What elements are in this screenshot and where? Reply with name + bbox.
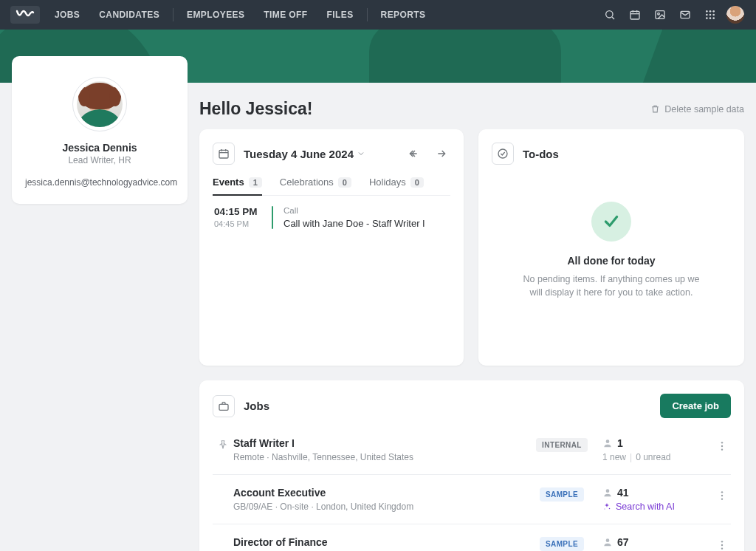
check-circle-icon bbox=[492, 143, 514, 165]
svg-point-0 bbox=[606, 11, 613, 18]
job-info: Director of FinanceUS/4/HAM · On-site · … bbox=[233, 536, 521, 551]
search-icon[interactable] bbox=[599, 9, 620, 21]
svg-line-1 bbox=[612, 17, 614, 19]
svg-point-12 bbox=[706, 14, 708, 16]
agenda-next[interactable] bbox=[433, 145, 450, 162]
svg-point-15 bbox=[706, 17, 708, 19]
nav-candidates[interactable]: CANDIDATES bbox=[92, 10, 167, 20]
user-avatar-menu[interactable] bbox=[725, 6, 746, 24]
svg-point-31 bbox=[605, 509, 605, 510]
svg-point-13 bbox=[709, 14, 712, 16]
tab-celebrations[interactable]: Celebrations 0 bbox=[280, 177, 351, 195]
user-profile-card: Jessica Dennis Lead Writer, HR jessica.d… bbox=[12, 56, 188, 204]
job-info: Staff Writer IRemote · Nashville, Tennes… bbox=[233, 437, 521, 462]
arrow-right-icon bbox=[436, 148, 447, 160]
image-icon[interactable] bbox=[650, 9, 670, 21]
event-item[interactable]: 04:15 PM 04:45 PM Call Call with Jane Do… bbox=[213, 196, 450, 229]
nav-timeoff[interactable]: TIME OFF bbox=[256, 10, 315, 20]
svg-point-26 bbox=[721, 442, 723, 443]
apps-icon[interactable] bbox=[700, 9, 721, 21]
job-stats: 11 new|0 unread bbox=[602, 437, 713, 462]
event-end-time: 04:45 PM bbox=[214, 219, 261, 228]
tab-count-badge: 0 bbox=[410, 177, 424, 188]
svg-point-27 bbox=[721, 445, 723, 447]
event-start-time: 04:15 PM bbox=[214, 206, 261, 217]
job-tag: SAMPLE bbox=[540, 537, 584, 551]
agenda-card: Tuesday 4 June 2024 Events 1 Celebration bbox=[199, 129, 464, 366]
delete-sample-data[interactable]: Delete sample data bbox=[650, 104, 744, 114]
person-icon bbox=[602, 487, 613, 498]
person-icon bbox=[602, 537, 613, 547]
done-check-icon bbox=[591, 202, 631, 242]
svg-point-33 bbox=[721, 495, 723, 496]
page-greeting: Hello Jessica! bbox=[199, 99, 312, 119]
agenda-date-picker[interactable]: Tuesday 4 June 2024 bbox=[244, 148, 365, 160]
event-title: Call with Jane Doe - Staff Writer I bbox=[284, 218, 425, 229]
svg-rect-6 bbox=[656, 11, 664, 19]
todos-heading: To-dos bbox=[523, 148, 559, 160]
nav-reports[interactable]: REPORTS bbox=[374, 10, 433, 20]
job-actions-menu[interactable] bbox=[713, 487, 731, 502]
briefcase-icon bbox=[213, 395, 235, 417]
agenda-prev[interactable] bbox=[405, 145, 422, 162]
svg-rect-18 bbox=[219, 150, 228, 158]
svg-point-39 bbox=[721, 544, 723, 546]
job-unread-count: 0 unread bbox=[636, 452, 670, 462]
sparkle-icon bbox=[602, 502, 611, 511]
user-name: Jessica Dennis bbox=[25, 142, 174, 154]
job-count: 1 bbox=[617, 437, 623, 449]
top-navbar: JOBS CANDIDATES EMPLOYEES TIME OFF FILES… bbox=[0, 0, 756, 30]
tab-holidays[interactable]: Holidays 0 bbox=[369, 177, 424, 195]
create-job-button[interactable]: Create job bbox=[660, 394, 731, 418]
svg-point-10 bbox=[709, 10, 712, 13]
tab-events[interactable]: Events 1 bbox=[213, 177, 262, 195]
todos-done-subtitle: No pending items. If anything comes up w… bbox=[519, 273, 704, 299]
job-count: 41 bbox=[617, 487, 629, 499]
job-actions-menu[interactable] bbox=[713, 536, 731, 551]
user-role: Lead Writer, HR bbox=[25, 155, 174, 165]
nav-separator bbox=[173, 8, 173, 21]
job-row[interactable]: Director of FinanceUS/4/HAM · On-site · … bbox=[213, 524, 731, 551]
jobs-heading: Jobs bbox=[244, 400, 269, 412]
pin-icon bbox=[213, 437, 233, 450]
arrow-left-icon bbox=[408, 148, 419, 160]
calendar-icon[interactable] bbox=[625, 9, 645, 21]
svg-point-34 bbox=[721, 498, 723, 499]
kebab-icon bbox=[716, 490, 728, 502]
job-info: Account ExecutiveGB/09/AE · On-site · Lo… bbox=[233, 487, 521, 512]
svg-point-30 bbox=[609, 508, 611, 510]
person-icon bbox=[602, 438, 613, 448]
svg-point-9 bbox=[706, 10, 708, 13]
svg-rect-24 bbox=[219, 404, 228, 410]
pin-icon bbox=[213, 536, 233, 538]
job-title: Director of Finance bbox=[233, 536, 521, 548]
svg-point-32 bbox=[721, 491, 723, 493]
svg-point-28 bbox=[721, 448, 723, 450]
nav-jobs[interactable]: JOBS bbox=[47, 10, 87, 20]
job-title: Staff Writer I bbox=[233, 437, 521, 449]
kebab-icon bbox=[716, 440, 728, 452]
nav-separator bbox=[367, 8, 368, 21]
search-with-ai[interactable]: Search with AI bbox=[602, 502, 713, 512]
job-row[interactable]: Staff Writer IRemote · Nashville, Tennes… bbox=[213, 425, 731, 474]
job-row[interactable]: Account ExecutiveGB/09/AE · On-site · Lo… bbox=[213, 474, 731, 524]
tab-label: Holidays bbox=[369, 177, 406, 188]
nav-files[interactable]: FILES bbox=[320, 10, 361, 20]
user-email: jessica.dennis@technologyadvice.com bbox=[25, 177, 174, 188]
avatar[interactable] bbox=[72, 77, 127, 131]
job-stats: 67Search with AI bbox=[602, 536, 713, 551]
event-accent-bar bbox=[272, 206, 273, 229]
job-title: Account Executive bbox=[233, 487, 521, 499]
tab-count-badge: 0 bbox=[338, 177, 351, 188]
agenda-date-label: Tuesday 4 June 2024 bbox=[244, 148, 354, 160]
svg-point-23 bbox=[498, 149, 507, 158]
mail-icon[interactable] bbox=[675, 9, 695, 21]
delete-sample-label: Delete sample data bbox=[664, 104, 744, 114]
job-meta: GB/09/AE · On-site · London, United King… bbox=[233, 502, 521, 512]
svg-point-29 bbox=[606, 489, 610, 493]
chevron-down-icon bbox=[357, 149, 365, 158]
pin-icon bbox=[213, 487, 233, 489]
nav-employees[interactable]: EMPLOYEES bbox=[179, 10, 252, 20]
logo[interactable] bbox=[10, 6, 40, 24]
job-actions-menu[interactable] bbox=[713, 437, 731, 452]
